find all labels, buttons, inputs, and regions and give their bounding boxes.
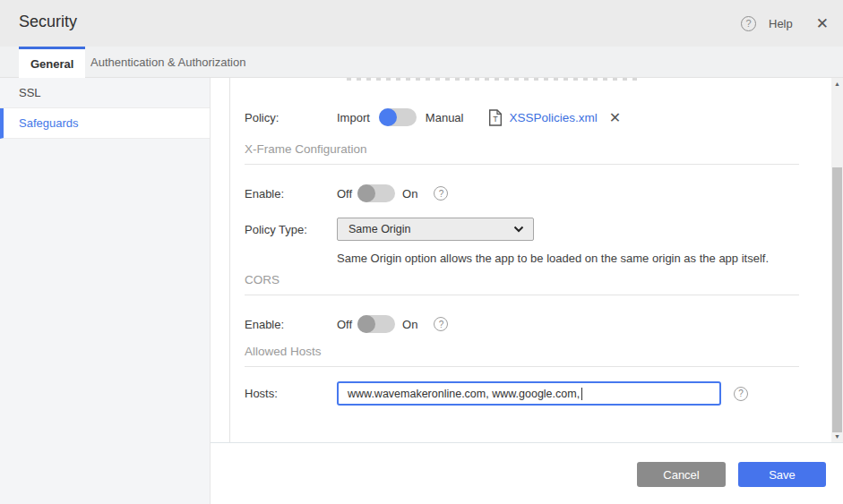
scroll-down-icon[interactable]: ▼ — [831, 431, 843, 442]
policy-import-label: Import — [337, 111, 370, 124]
cors-enable-row: Enable: Off On ? — [245, 312, 804, 336]
cors-enable-toggle[interactable] — [357, 315, 395, 333]
save-button[interactable]: Save — [738, 462, 826, 487]
section-divider — [245, 366, 799, 367]
section-divider — [245, 295, 799, 295]
xframe-on-label: On — [402, 187, 417, 201]
help-icon[interactable]: ? — [741, 16, 756, 31]
policy-file-group: T XSSPolicies.xml ✕ — [488, 109, 621, 126]
remove-file-icon[interactable]: ✕ — [609, 109, 621, 126]
chevron-down-icon — [513, 226, 524, 233]
cancel-button[interactable]: Cancel — [637, 462, 726, 487]
policy-type-label: Policy Type: — [245, 223, 337, 236]
toggle-knob — [357, 184, 375, 202]
hosts-input[interactable]: www.wavemakeronline.com, www.google.com, — [337, 381, 721, 406]
policy-file-link[interactable]: XSSPolicies.xml — [509, 111, 597, 124]
xframe-help-icon[interactable]: ? — [434, 186, 448, 201]
vertical-scrollbar[interactable]: ▲ ▼ — [831, 78, 843, 442]
cors-on-label: On — [402, 318, 417, 331]
cors-off-label: Off — [337, 318, 352, 331]
tab-authentication-authorization[interactable]: Authentication & Authorization — [87, 47, 249, 78]
text-cursor — [581, 388, 582, 400]
dialog-header: Security ? Help ✕ — [0, 0, 843, 47]
help-link[interactable]: Help — [769, 17, 793, 30]
sidebar-item-safeguards[interactable]: Safeguards — [0, 108, 210, 139]
scroll-up-icon[interactable]: ▲ — [831, 78, 843, 90]
close-icon[interactable]: ✕ — [816, 14, 829, 33]
policy-type-row: Policy Type: Same Origin — [245, 218, 804, 241]
hosts-input-value: www.wavemakeronline.com, www.google.com, — [348, 388, 580, 400]
header-actions: ? Help ✕ — [741, 0, 829, 47]
tab-bar: General Authentication & Authorization — [0, 47, 843, 78]
policy-type-helper-text: Same Origin option allows the app to be … — [337, 252, 804, 265]
sidebar: SSL Safeguards — [0, 78, 211, 504]
section-cors-title: CORS — [245, 273, 280, 286]
tab-general[interactable]: General — [19, 47, 85, 78]
policy-type-select[interactable]: Same Origin — [337, 218, 534, 241]
policy-manual-label: Manual — [426, 111, 464, 124]
toggle-knob — [379, 108, 397, 126]
policy-toggle[interactable] — [379, 108, 417, 126]
page-title: Security — [19, 13, 77, 31]
hosts-help-icon[interactable]: ? — [734, 387, 748, 401]
dialog-footer: Cancel Save — [211, 442, 843, 504]
cors-enable-label: Enable: — [245, 318, 337, 331]
sidebar-item-ssl[interactable]: SSL — [0, 78, 210, 108]
policy-row: Policy: Import Manual T XSSPolicies.xml … — [245, 106, 804, 129]
xframe-enable-label: Enable: — [245, 187, 337, 201]
security-dialog: Security ? Help ✕ General Authentication… — [0, 0, 843, 504]
hosts-row: Hosts: www.wavemakeronline.com, www.goog… — [245, 381, 804, 406]
svg-text:T: T — [494, 115, 499, 124]
clipped-text-row — [347, 78, 642, 81]
section-xframe-title: X-Frame Configuration — [245, 142, 367, 156]
xml-file-icon: T — [488, 109, 503, 126]
section-allowed-hosts-title: Allowed Hosts — [245, 345, 322, 358]
hosts-label: Hosts: — [245, 387, 337, 400]
section-divider — [245, 164, 799, 165]
main-area: Policy: Import Manual T XSSPolicies.xml … — [211, 78, 843, 504]
policy-type-selected-value: Same Origin — [348, 223, 513, 235]
cors-help-icon[interactable]: ? — [434, 317, 448, 331]
scrollbar-thumb[interactable] — [832, 167, 842, 432]
safeguards-form-panel: Policy: Import Manual T XSSPolicies.xml … — [229, 78, 831, 442]
toggle-knob — [357, 315, 375, 333]
xframe-enable-toggle[interactable] — [357, 184, 395, 202]
xframe-enable-row: Enable: Off On ? — [245, 182, 804, 205]
xframe-off-label: Off — [337, 187, 352, 201]
policy-label: Policy: — [245, 111, 337, 124]
